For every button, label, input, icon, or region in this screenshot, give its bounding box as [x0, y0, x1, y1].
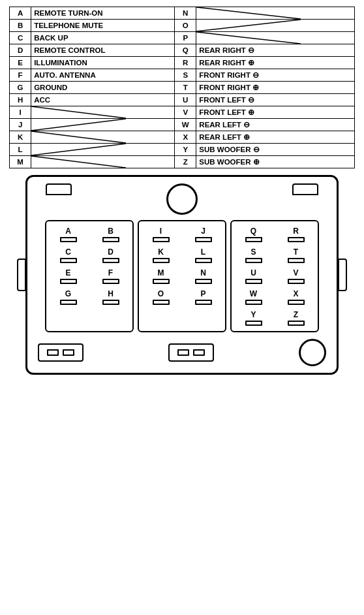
left-label-cell: TELEPHONE MUTE	[31, 20, 175, 32]
pin-T: T	[278, 247, 314, 263]
table-row: FAUTO. ANTENNASFRONT RIGHT ⊖	[10, 69, 355, 82]
table-row: MZSUB WOOFER ⊕	[10, 156, 355, 168]
left-letter-cell: B	[10, 20, 31, 32]
top-notch-left	[46, 183, 72, 195]
left-label-cell: ILLUMINATION	[31, 57, 175, 69]
right-letter-cell: O	[175, 20, 196, 32]
right-label-cell: FRONT RIGHT ⊖	[196, 69, 355, 82]
left-letter-cell: C	[10, 32, 31, 44]
left-label-cell	[31, 131, 175, 144]
pin-R: R	[278, 227, 314, 242]
right-label-cell: FRONT RIGHT ⊕	[196, 82, 355, 94]
pin-F: F	[93, 268, 129, 284]
left-letter-cell: I	[10, 106, 31, 119]
right-letter-cell: N	[175, 7, 196, 20]
right-label-cell: REAR RIGHT ⊖	[196, 44, 355, 57]
pin-K: K	[143, 247, 179, 263]
side-tab-right	[338, 259, 347, 291]
bottom-connector-left	[38, 343, 83, 362]
pin-G: G	[50, 289, 86, 305]
left-letter-cell: G	[10, 82, 31, 94]
pin-C: C	[50, 247, 86, 263]
connector-diagram: A B C D E	[9, 175, 355, 375]
right-connector-block: Q R S T U	[230, 220, 319, 332]
pin-M: M	[143, 268, 179, 284]
right-letter-cell: P	[175, 32, 196, 44]
table-row: AREMOTE TURN-ONN	[10, 7, 355, 20]
left-label-cell	[31, 106, 175, 119]
left-letter-cell: F	[10, 69, 31, 82]
table-row: KXREAR LEFT ⊕	[10, 131, 355, 144]
mid-connector-block: I J K L M	[138, 220, 226, 332]
pin-V: V	[278, 268, 314, 284]
right-label-cell	[196, 32, 355, 44]
pin-S: S	[235, 247, 271, 263]
right-letter-cell: Z	[175, 156, 196, 168]
right-label-cell: FRONT LEFT ⊖	[196, 94, 355, 106]
right-letter-cell: V	[175, 106, 196, 119]
side-tab-left	[17, 259, 26, 291]
right-label-cell	[196, 20, 355, 32]
left-label-cell: BACK UP	[31, 32, 175, 44]
pin-O: O	[143, 289, 179, 305]
left-label-cell	[31, 119, 175, 131]
left-pin-grid: A B C D E	[50, 227, 129, 305]
pin-Y: Y	[235, 310, 271, 326]
left-label-cell: GROUND	[31, 82, 175, 94]
pin-D: D	[93, 247, 129, 263]
pin-I: I	[143, 227, 179, 242]
table-row: DREMOTE CONTROLQREAR RIGHT ⊖	[10, 44, 355, 57]
right-letter-cell: W	[175, 119, 196, 131]
left-letter-cell: K	[10, 131, 31, 144]
svg-line-4	[31, 119, 126, 131]
pin-B: B	[93, 227, 129, 242]
left-connector-block: A B C D E	[45, 220, 134, 332]
left-letter-cell: D	[10, 44, 31, 57]
left-label-cell	[31, 156, 175, 168]
left-letter-cell: J	[10, 119, 31, 131]
right-pin-grid: Q R S T U	[235, 227, 314, 326]
left-label-cell: ACC	[31, 94, 175, 106]
right-label-cell: REAR RIGHT ⊕	[196, 57, 355, 69]
left-letter-cell: L	[10, 144, 31, 156]
right-label-cell	[196, 7, 355, 20]
table-row: HACCUFRONT LEFT ⊖	[10, 94, 355, 106]
right-letter-cell: Y	[175, 144, 196, 156]
pin-H: H	[93, 289, 129, 305]
bottom-circle	[299, 339, 326, 366]
right-label-cell: REAR LEFT ⊕	[196, 131, 355, 144]
mid-pin-grid: I J K L M	[143, 227, 221, 305]
svg-line-5	[31, 131, 126, 143]
table-row: CBACK UPP	[10, 32, 355, 44]
bottom-bar	[33, 339, 331, 366]
table-row: LYSUB WOOFER ⊖	[10, 144, 355, 156]
left-letter-cell: E	[10, 57, 31, 69]
left-label-cell: REMOTE TURN-ON	[31, 7, 175, 20]
right-letter-cell: T	[175, 82, 196, 94]
pin-Z: Z	[278, 310, 314, 326]
pin-L: L	[185, 247, 221, 263]
pin-J: J	[185, 227, 221, 242]
right-letter-cell: U	[175, 94, 196, 106]
pin-N: N	[185, 268, 221, 284]
svg-line-6	[31, 144, 126, 155]
right-label-cell: SUB WOOFER ⊕	[196, 156, 355, 168]
top-bar	[33, 183, 331, 215]
svg-line-3	[31, 106, 126, 118]
right-letter-cell: S	[175, 69, 196, 82]
connector-row: A B C D E	[33, 220, 331, 332]
right-letter-cell: R	[175, 57, 196, 69]
bottom-connector-right	[168, 343, 214, 362]
right-letter-cell: Q	[175, 44, 196, 57]
left-label-cell	[31, 144, 175, 156]
top-notch-right	[292, 183, 318, 195]
table-row: IVFRONT LEFT ⊕	[10, 106, 355, 119]
svg-line-7	[31, 156, 126, 168]
table-row: GGROUNDTFRONT RIGHT ⊕	[10, 82, 355, 94]
svg-line-0	[196, 7, 301, 19]
pin-Q: Q	[235, 227, 271, 242]
svg-line-1	[196, 20, 301, 31]
pin-A: A	[50, 227, 86, 242]
table-row: JWREAR LEFT ⊖	[10, 119, 355, 131]
left-letter-cell: M	[10, 156, 31, 168]
